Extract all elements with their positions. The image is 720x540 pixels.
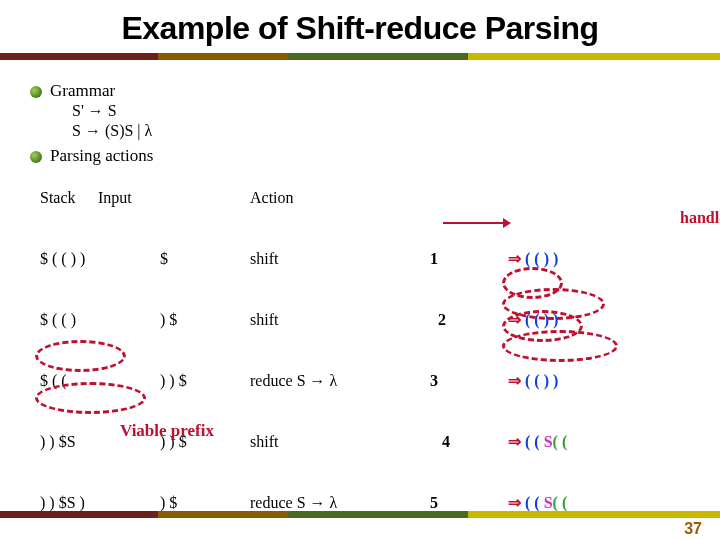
action-cell: shift	[250, 309, 370, 330]
bullet-icon	[30, 86, 42, 98]
input-cell: ) $	[160, 492, 187, 513]
header-stack: Stack	[40, 188, 76, 208]
viable-prefix-label: Viable prefix	[120, 420, 214, 441]
grammar-rule-2: S → (S)S | λ	[72, 121, 700, 141]
bullet-icon	[30, 151, 42, 163]
input-cell: ) ) $	[160, 370, 187, 391]
page-number: 37	[684, 520, 702, 538]
deriv-cell: ⇒ ( ( S( (	[508, 431, 580, 452]
handle-label: handle	[680, 208, 720, 228]
step-num: 1	[430, 248, 463, 269]
stack-cell: $ ( (	[40, 370, 98, 391]
input-cell: $	[160, 248, 187, 269]
stack-cell: $ ( ( )	[40, 309, 98, 330]
header-input: Input	[98, 188, 132, 208]
header-action: Action	[250, 188, 294, 208]
deriv-cell: ⇒ ( ( ) )	[508, 309, 580, 330]
action-cell: reduce S → λ	[250, 492, 370, 513]
deriv-cell: ⇒ ( ( ) )	[508, 248, 580, 269]
action-cell: reduce S → λ	[250, 370, 370, 391]
step-num: 5	[430, 492, 463, 513]
step-num: 2	[430, 309, 463, 330]
input-cell: ) $	[160, 309, 187, 330]
deriv-cell: ⇒ ( ( S( (	[508, 492, 580, 513]
action-cell: shift	[250, 248, 370, 269]
annotation-arrow	[443, 222, 505, 224]
slide-title: Example of Shift-reduce Parsing	[0, 0, 720, 53]
step-num: 4	[430, 431, 463, 452]
top-accent-stripe	[0, 53, 720, 60]
step-num: 3	[430, 370, 463, 391]
bullet-grammar: Grammar	[30, 80, 700, 101]
grammar-rule-1: S' → S	[72, 101, 700, 121]
stack-cell: ) ) $S	[40, 431, 98, 452]
bullet-parsing: Parsing actions	[30, 145, 700, 166]
stack-cell: ) ) $S )	[40, 492, 98, 513]
stack-cell: $ ( ( ) )	[40, 248, 98, 269]
deriv-cell: ⇒ ( ( ) )	[508, 370, 580, 391]
bottom-accent-stripe	[0, 511, 720, 518]
action-cell: shift	[250, 431, 370, 452]
